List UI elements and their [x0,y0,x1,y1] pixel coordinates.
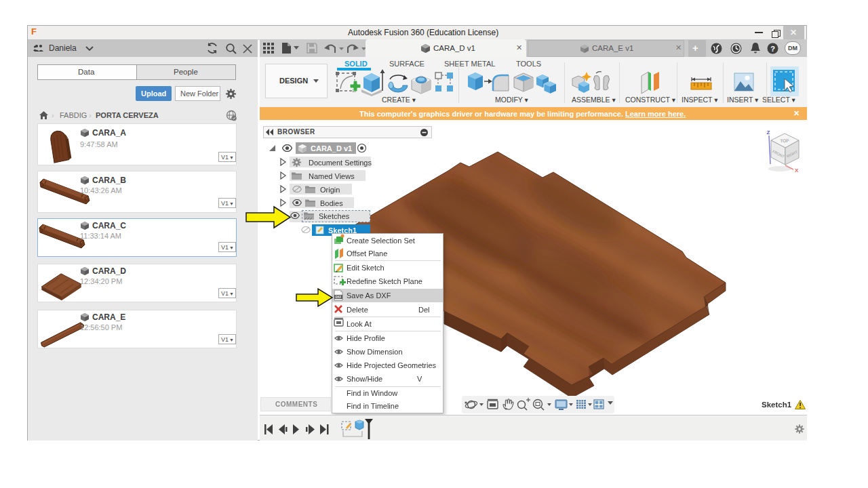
svg-text:TOP: TOP [780,138,789,143]
svg-text:X: X [795,167,799,174]
svg-text:DXF: DXF [336,296,342,299]
svg-text:?: ? [770,45,775,53]
svg-text:Z: Z [767,129,770,136]
